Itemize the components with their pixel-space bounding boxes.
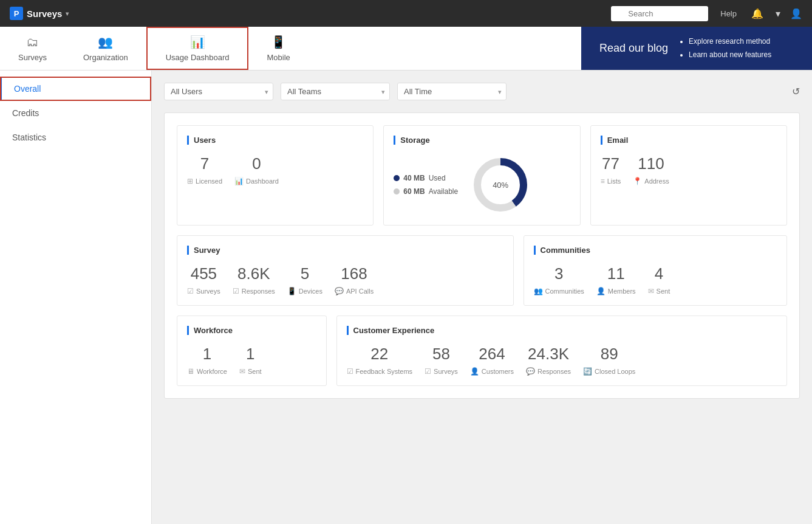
communities-card: Communities 3 👥 Communities 11 [524,235,787,306]
users-filter[interactable]: All Users [164,83,273,100]
tab-surveys[interactable]: 🗂 Surveys [0,27,65,70]
survey-card-title: Survey [187,246,503,255]
tab-surveys-label: Surveys [18,53,47,62]
metric-api-calls: 168 💬 API Calls [335,264,374,295]
email-metrics: 77 ≡ Lists 110 📍 Address [601,154,777,185]
search-input[interactable] [611,6,708,21]
sent-workforce-icon: ✉ [239,367,245,376]
sent-communities-icon: ✉ [648,287,654,295]
tab-mobile[interactable]: 📱 Mobile [248,27,308,70]
metric-surveys: 455 ☑ Surveys [187,264,220,295]
communities-label: 👥 Communities [534,287,584,295]
workforce-card-title: Workforce [187,326,316,335]
mobile-tab-icon: 📱 [271,35,286,49]
users-card: Users 7 ⊞ Licensed 0 📊 [177,125,374,226]
sent-communities-label: ✉ Sent [648,287,670,295]
address-icon: 📍 [633,177,642,185]
storage-card-title: Storage [394,136,570,145]
organization-tab-icon: 👥 [98,35,113,49]
workforce-card: Workforce 1 🖥 Workforce 1 ✉ [177,315,327,386]
used-mb: 40 MB [403,174,425,182]
user-avatar-icon[interactable]: 👤 [790,8,802,19]
logo-letter: P [10,7,23,20]
closed-loops-icon: 🔄 [583,367,592,376]
filter-row: All Users All Teams All Time ↺ [164,83,800,100]
search-wrapper: 🔍 [611,6,708,21]
metric-responses: 8.6K ☑ Responses [233,264,275,295]
metric-licensed: 7 ⊞ Licensed [187,154,222,185]
main-layout: Overall Credits Statistics All Users All… [0,71,812,524]
feedback-systems-label: ☑ Feedback Systems [347,367,413,376]
users-card-title: Users [187,136,363,145]
communities-metrics: 3 👥 Communities 11 👤 Members [534,264,777,295]
members-icon: 👤 [596,287,606,295]
time-filter[interactable]: All Time [397,83,507,100]
members-value: 11 [607,264,625,283]
cx-surveys-value: 58 [432,345,450,364]
cards-row-3: Workforce 1 🖥 Workforce 1 ✉ [177,315,787,386]
customers-icon: 👤 [470,367,479,376]
sidebar-item-statistics[interactable]: Statistics [0,125,151,150]
metric-cx-surveys: 58 ☑ Surveys [425,345,458,376]
surveys-tab-icon: 🗂 [26,35,38,49]
tab-bar: 🗂 Surveys 👥 Organization 📊 Usage Dashboa… [0,27,812,71]
customer-experience-card: Customer Experience 22 ☑ Feedback System… [336,315,787,386]
cx-surveys-icon: ☑ [425,367,431,376]
metric-dashboard: 0 📊 Dashboard [234,154,279,185]
address-label: 📍 Address [633,177,669,185]
metric-lists: 77 ≡ Lists [601,154,621,185]
donut-label: 40% [493,181,508,190]
help-link[interactable]: Help [720,9,737,18]
workforce-label: 🖥 Workforce [187,367,227,376]
available-mb: 60 MB [403,187,425,196]
tab-usage-dashboard[interactable]: 📊 Usage Dashboard [146,27,249,70]
lists-value: 77 [602,154,619,173]
cx-responses-value: 24.3K [528,345,569,364]
notification-bell-icon[interactable]: 🔔 [751,8,763,19]
surveys-label: ☑ Surveys [187,287,220,295]
sent-workforce-label: ✉ Sent [239,367,262,376]
communities-card-title: Communities [534,246,777,255]
devices-label: 📱 Devices [287,287,322,295]
blog-bullet-1: Explore research method [689,35,771,49]
devices-value: 5 [301,264,309,283]
teams-filter-wrapper: All Teams [281,83,390,100]
used-label: Used [429,174,446,182]
workforce-icon: 🖥 [187,367,194,376]
metric-cx-responses: 24.3K 💬 Responses [526,345,571,376]
app-logo[interactable]: P Surveys ▾ [10,7,69,20]
email-card-title: Email [601,136,777,145]
metric-workforce: 1 🖥 Workforce [187,345,227,376]
cx-responses-label: 💬 Responses [526,367,571,376]
tab-usage-dashboard-label: Usage Dashboard [166,53,230,62]
sidebar: Overall Credits Statistics [0,71,152,524]
tab-organization[interactable]: 👥 Organization [65,27,146,70]
legend-available: 60 MB Available [394,187,458,196]
customers-value: 264 [479,345,505,364]
closed-loops-label: 🔄 Closed Loops [583,367,635,376]
blog-bullets: Explore research method Learn about new … [680,35,771,61]
tab-mobile-label: Mobile [267,53,290,62]
refresh-button[interactable]: ↺ [792,86,800,97]
dashboard-grid: Users 7 ⊞ Licensed 0 📊 [164,112,800,399]
communities-icon: 👥 [534,287,543,295]
survey-metrics: 455 ☑ Surveys 8.6K ☑ Responses [187,264,503,295]
api-calls-value: 168 [341,264,367,283]
bell-chevron-icon[interactable]: ▾ [776,8,780,19]
workforce-value: 1 [203,345,211,364]
dashboard-label: 📊 Dashboard [234,177,279,185]
email-card: Email 77 ≡ Lists 110 📍 [590,125,787,226]
dashboard-icon: 📊 [234,177,244,185]
blog-banner[interactable]: Read our blog Explore research method Le… [581,27,812,70]
sidebar-item-overall[interactable]: Overall [0,77,151,101]
metric-communities: 3 👥 Communities [534,264,584,295]
users-metrics: 7 ⊞ Licensed 0 📊 Dashboard [187,154,363,185]
responses-value: 8.6K [237,264,270,283]
donut-chart: 40% [470,154,531,215]
metric-address: 110 📍 Address [633,154,669,185]
cx-surveys-label: ☑ Surveys [425,367,458,376]
chevron-down-icon: ▾ [66,10,69,17]
sidebar-item-credits[interactable]: Credits [0,101,151,125]
teams-filter[interactable]: All Teams [281,83,390,100]
metric-closed-loops: 89 🔄 Closed Loops [583,345,635,376]
